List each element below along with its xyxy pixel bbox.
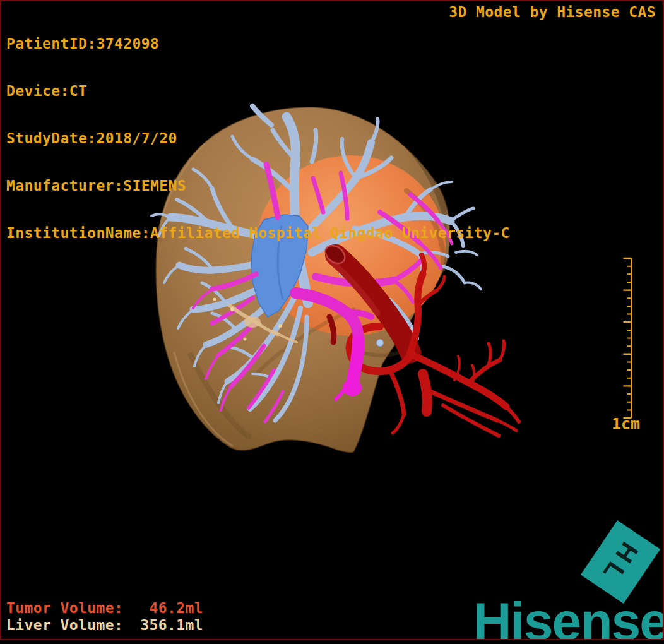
logo-letter-h: H <box>613 539 641 566</box>
study-date-line: StudyDate:2018/7/20 <box>6 131 510 146</box>
tumor-volume-value: 46.2ml <box>150 600 203 617</box>
tumor-volume-label: Tumor Volume: <box>6 600 123 617</box>
patient-id-line: PatientID:3742098 <box>6 36 510 52</box>
liver-volume-label: Liver Volume: <box>6 617 123 634</box>
watermark-text: 3D Model by Hisense CAS <box>449 4 656 20</box>
institution-line: InstitutionName:Affiliated Hospital Qing… <box>6 225 510 241</box>
hisense-wordmark: Hisense <box>473 595 664 640</box>
patient-info-overlay: PatientID:3742098 Device:CT StudyDate:20… <box>6 4 510 273</box>
ruler-label: 1cm <box>612 415 640 434</box>
stent-dot <box>377 340 384 347</box>
scale-ruler <box>620 256 634 420</box>
manufacturer-line: Manufacturer:SIEMENS <box>6 178 510 194</box>
liver-volume-value: 356.1ml <box>140 617 203 634</box>
liver-volume-row: Liver Volume: 356.1ml <box>6 617 203 634</box>
device-line: Device:CT <box>6 83 510 99</box>
tumor-volume-row: Tumor Volume: 46.2ml <box>6 600 203 617</box>
logo-letter-l: L <box>601 559 627 583</box>
volume-readout: Tumor Volume: 46.2ml Liver Volume: 356.1… <box>6 600 203 634</box>
viewer-screen: PatientID:3742098 Device:CT StudyDate:20… <box>0 0 664 640</box>
